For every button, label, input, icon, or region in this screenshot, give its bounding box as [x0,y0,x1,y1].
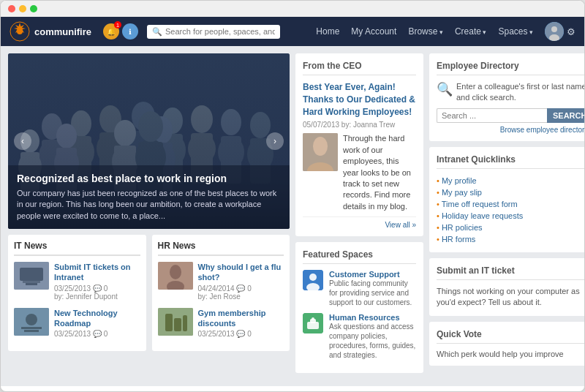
close-button[interactable] [8,5,15,12]
svg-point-4 [551,26,557,32]
avatar [545,22,564,41]
hero-title: Recognized as best place to work in regi… [17,173,281,184]
human-resources-info: Human Resources Ask questions and access… [329,313,416,360]
logo-icon [10,21,30,42]
svg-rect-60 [174,318,181,331]
hr-news-meta-1: 04/24/2014 💬 0 [198,284,284,293]
hr-news-author-1: by: Jen Rose [198,293,284,301]
customer-support-icon [303,270,323,290]
quick-vote-title: Quick Vote [437,329,585,344]
search-input[interactable] [165,27,275,36]
human-resources-name[interactable]: Human Resources [329,313,416,322]
hr-news-info-2: Gym membership discounts 03/25/2013 💬 0 [198,308,284,339]
it-news-title-2[interactable]: New Technology Roadmap [54,308,140,329]
quick-vote-widget: Quick Vote Which perk would help you imp… [429,322,585,366]
customer-support-info: Customer Support Public facing community… [329,270,416,307]
quicklink-item-6[interactable]: HR forms [437,233,585,245]
news-grid: IT News Submit IT tickets o [8,235,290,351]
notifications-bell-button[interactable]: 🔔 1 [103,23,119,39]
window-chrome [1,1,584,17]
quicklinks-title: Intranet Quicklinks [437,154,585,169]
quicklinks-widget: Intranet Quicklinks My profile My pay sl… [429,147,585,252]
view-all-link[interactable]: View all » [303,216,416,229]
search-icon: 🔍 [152,27,162,37]
emp-dir-title: Employee Directory [437,61,585,75]
it-news-thumb-1 [14,262,49,290]
main-content: ‹ › Recognized as best place to work in … [1,46,584,386]
user-menu[interactable]: ⚙ [545,22,575,41]
middle-column: From the CEO Best Year Ever, Again! Than… [295,53,423,379]
quicklinks-list: My profile My pay slip Time off request … [437,175,585,245]
nav-browse[interactable]: Browse [408,26,443,37]
hero-next-button[interactable]: › [266,132,284,150]
emp-dir-search-button[interactable]: SEARCH [547,108,585,123]
it-news-info-2: New Technology Roadmap 03/25/2013 💬 0 [54,308,140,339]
info-button[interactable]: ℹ [122,23,138,39]
ceo-post-title[interactable]: Best Year Ever, Again! Thanks to Our Ded… [303,81,416,118]
customer-support-name[interactable]: Customer Support [329,270,416,279]
it-news-meta-1: 03/25/2013 💬 0 [54,284,140,293]
top-navigation: communifire 🔔 1 ℹ 🔍 Home My Account Brow… [1,17,584,46]
svg-rect-61 [183,315,187,331]
svg-rect-53 [21,327,42,329]
ceo-widget-title: From the CEO [303,61,416,75]
customer-support-desc: Public facing community for providing se… [329,279,416,307]
nav-my-account[interactable]: My Account [351,26,396,37]
svg-point-63 [313,137,328,156]
svg-point-66 [309,274,317,281]
emp-dir-description: Enter a colleague's first or last name a… [456,81,585,104]
gear-icon[interactable]: ⚙ [567,26,575,37]
minimize-button[interactable] [19,5,26,12]
hero-prev-button[interactable]: ‹ [14,132,31,150]
nav-notification-icons: 🔔 1 ℹ [103,23,138,39]
quicklink-item-5[interactable]: HR policies [437,222,585,233]
quicklink-item-1[interactable]: My profile [437,175,585,186]
emp-dir-search-input[interactable] [437,108,547,123]
employee-directory-widget: Employee Directory 🔍 Enter a colleague's… [429,53,585,141]
it-news-item-2: New Technology Roadmap 03/25/2013 💬 0 [14,308,140,339]
it-news-thumb-2 [14,308,49,336]
maximize-button[interactable] [30,5,37,12]
svg-point-52 [26,314,37,325]
hero-banner: ‹ › Recognized as best place to work in … [8,53,290,229]
hr-news-title-2[interactable]: Gym membership discounts [198,308,284,329]
it-news-author-1: by: Jennifer Dupont [54,293,140,301]
nav-create[interactable]: Create [455,26,487,37]
svg-rect-71 [312,317,314,320]
quicklink-item-3[interactable]: Time off request form [437,198,585,210]
svg-rect-59 [165,314,173,331]
space-item-customer-support: Customer Support Public facing community… [303,270,416,307]
it-news-title-1[interactable]: Submit IT tickets on Intranet [54,262,140,283]
hr-news-title: HR News [158,241,284,256]
left-column: ‹ › Recognized as best place to work in … [8,53,290,379]
featured-spaces-title: Featured Spaces [303,249,416,264]
hr-news-info-1: Why should I get a flu shot? 04/24/2014 … [198,262,284,301]
quicklink-item-2[interactable]: My pay slip [437,186,585,198]
browse-directory-link[interactable]: Browse employee directory › [437,126,585,134]
hr-news-meta-2: 03/25/2013 💬 0 [198,330,284,338]
space-item-human-resources: Human Resources Ask questions and access… [303,313,416,360]
nav-home[interactable]: Home [316,26,339,37]
submit-it-text: Things not working on your computer as y… [437,286,585,309]
global-search-bar[interactable]: 🔍 [147,25,280,39]
logo-text: communifire [34,26,91,37]
quick-vote-text: Which perk would help you improve [437,350,585,358]
nav-spaces[interactable]: Spaces [498,26,533,37]
search-icon: 🔍 [437,81,453,97]
ceo-author-photo [303,133,338,171]
hr-news-item-1: Why should I get a flu shot? 04/24/2014 … [158,262,284,301]
emp-dir-input-row: SEARCH [437,108,585,123]
human-resources-desc: Ask questions and access company policie… [329,322,416,360]
ceo-widget: From the CEO Best Year Ever, Again! Than… [295,53,423,236]
svg-point-56 [170,265,181,279]
hr-news-thumb-2 [158,308,193,336]
hero-subtitle: Our company has just been recognized as … [17,188,281,222]
it-news-title: IT News [14,241,140,256]
quicklink-item-4[interactable]: Holiday leave requests [437,210,585,222]
svg-point-2 [17,29,23,34]
featured-spaces-widget: Featured Spaces Customer Support Public … [295,242,423,373]
it-news-widget: IT News Submit IT tickets o [8,235,146,351]
hr-news-title-1[interactable]: Why should I get a flu shot? [198,262,284,283]
ceo-body-text: Through the hard work of our employees, … [343,133,416,212]
ceo-body: Through the hard work of our employees, … [303,133,416,212]
